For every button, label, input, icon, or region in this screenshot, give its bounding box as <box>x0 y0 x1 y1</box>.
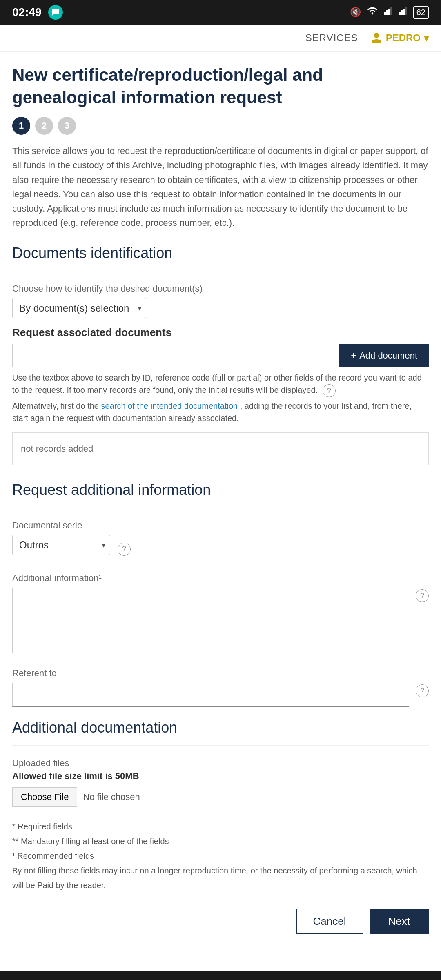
documental-serie-dropdown-container[interactable]: OutrosAdministrativeNotarial ▾ <box>12 535 110 555</box>
action-row: Cancel Next <box>12 909 429 934</box>
top-nav: SERVICES PEDRO ▾ <box>0 24 441 52</box>
additional-info-row: Additional information¹ ? <box>12 573 429 656</box>
signal-icon2 <box>399 7 408 18</box>
services-link[interactable]: SERVICES <box>305 32 358 44</box>
keep-footer: keep. <box>0 971 441 980</box>
referent-to-help-icon[interactable]: ? <box>416 684 429 697</box>
associated-docs-label: Request associated documents <box>12 326 429 339</box>
documental-serie-help-icon[interactable]: ? <box>118 543 131 556</box>
status-bar: 02:49 🔇 62 <box>0 0 441 24</box>
chat-icon <box>48 5 63 20</box>
footer-note-3: ¹ Recommended fields <box>12 849 429 863</box>
help-text-2: Alternatively, first do the search of th… <box>12 400 429 424</box>
additional-info-textarea[interactable] <box>12 588 409 653</box>
next-button[interactable]: Next <box>370 909 429 934</box>
additional-info-label: Additional information¹ <box>12 573 409 584</box>
help-icon-1[interactable]: ? <box>323 384 336 397</box>
svg-rect-7 <box>405 7 407 15</box>
footer-note-2: ** Mandatory filling at least one of the… <box>12 834 429 849</box>
user-menu[interactable]: PEDRO ▾ <box>370 32 429 44</box>
step-indicators: 1 2 3 <box>12 117 429 135</box>
main-content: New certificate/reproduction/legal and g… <box>0 52 441 971</box>
svg-rect-6 <box>403 9 405 15</box>
add-document-button[interactable]: + Add document <box>339 344 429 368</box>
footer-notes: * Required fields ** Mandatory filling a… <box>12 819 429 893</box>
svg-rect-3 <box>390 7 392 15</box>
footer-note-1: * Required fields <box>12 819 429 834</box>
svg-rect-5 <box>401 10 403 15</box>
help-text-1: Use the textbox above to search by ID, r… <box>12 372 429 397</box>
additional-doc-section-header: Additional documentation <box>12 719 429 739</box>
documental-serie-label: Documental serie <box>12 520 429 531</box>
no-records-text: not records added <box>21 443 93 454</box>
cancel-button[interactable]: Cancel <box>296 909 363 934</box>
svg-rect-1 <box>386 10 388 15</box>
user-label: PEDRO <box>386 32 421 44</box>
battery-indicator: 62 <box>413 6 429 19</box>
status-icons: 🔇 62 <box>350 6 429 19</box>
wifi-icon <box>367 7 378 18</box>
additional-info-help-icon[interactable]: ? <box>416 589 429 602</box>
status-time: 02:49 <box>12 6 42 19</box>
add-doc-section: Request associated documents + Add docum… <box>12 326 429 424</box>
user-chevron-icon: ▾ <box>424 32 429 44</box>
add-doc-btn-label: Add document <box>359 350 417 361</box>
page-title: New certificate/reproduction/legal and g… <box>12 64 429 109</box>
referent-to-row: Referent to ? <box>12 668 429 707</box>
svg-rect-4 <box>399 12 401 15</box>
footer-note-4: By not filling these fields may incur on… <box>12 863 429 893</box>
referent-to-label: Referent to <box>12 668 409 679</box>
document-selection-dropdown[interactable]: By document(s) selectionBy reference cod… <box>12 298 146 318</box>
search-link[interactable]: search of the intended documentation <box>101 401 238 410</box>
svg-rect-0 <box>384 12 386 15</box>
choose-how-label: Choose how to identify the desired docum… <box>12 283 429 294</box>
document-selection-dropdown-container[interactable]: By document(s) selectionBy reference cod… <box>12 298 146 318</box>
no-file-text: No file chosen <box>83 792 140 802</box>
file-size-note: Allowed file size limit is 50MB <box>12 771 429 782</box>
additional-info-section-header: Request additional information <box>12 481 429 501</box>
no-records-box: not records added <box>12 432 429 465</box>
step-2[interactable]: 2 <box>35 117 53 135</box>
referent-to-input[interactable] <box>12 683 409 707</box>
signal-icon1 <box>384 7 393 18</box>
uploaded-files-label: Uploaded files <box>12 758 429 768</box>
documents-section-header: Documents identification <box>12 245 429 264</box>
plus-icon: + <box>351 350 356 361</box>
step-3[interactable]: 3 <box>58 117 76 135</box>
documental-serie-dropdown[interactable]: OutrosAdministrativeNotarial <box>12 535 110 555</box>
add-doc-row: + Add document <box>12 344 429 368</box>
svg-rect-2 <box>388 9 390 15</box>
file-choose-row: Choose File No file chosen <box>12 787 429 807</box>
mute-icon: 🔇 <box>350 7 361 18</box>
page-description: This service allows you to request the r… <box>12 144 429 230</box>
step-1[interactable]: 1 <box>12 117 30 135</box>
documental-serie-row: Documental serie OutrosAdministrativeNot… <box>12 520 429 563</box>
add-doc-input[interactable] <box>12 344 339 368</box>
choose-file-button[interactable]: Choose File <box>12 787 77 807</box>
